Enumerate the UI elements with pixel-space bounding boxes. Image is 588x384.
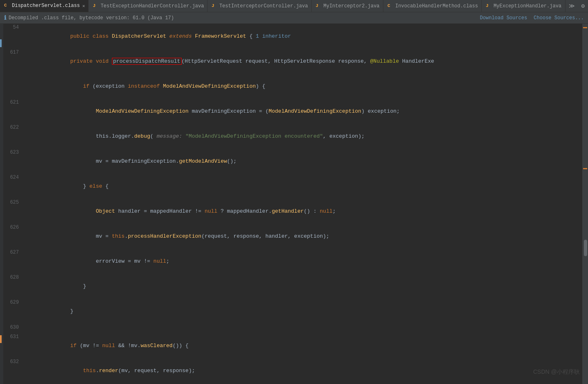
- code-line-627: 627 errorView = mv != null;: [3, 249, 582, 274]
- line-content-54: public class DispatcherServlet extends F…: [24, 24, 582, 49]
- line-content-622: this.logger.debug( message: "ModelAndVie…: [24, 124, 582, 149]
- info-bar: ℹ Decompiled .class file, bytecode versi…: [0, 12, 588, 24]
- tab-dispatcher-servlet[interactable]: C DispatcherServlet.class ✕: [0, 0, 89, 12]
- line-content-632: this.render(mv, request, response);: [24, 358, 582, 383]
- line-number-617: 617: [3, 49, 24, 74]
- tab-settings-button[interactable]: ⚙: [578, 2, 588, 9]
- line-number-630: 630: [3, 324, 24, 333]
- code-line-617: 617 private void processDispatchResult(H…: [3, 49, 582, 74]
- info-text: Decompiled .class file, bytecode version…: [9, 15, 480, 21]
- line-number-632: 632: [3, 358, 24, 383]
- line-number-629: 629: [3, 299, 24, 324]
- tab-test-exception[interactable]: J TestExceptionHandlerController.java: [89, 0, 207, 12]
- tab-label-test-interceptor: TestInterceptorController.java: [219, 3, 308, 9]
- code-line-631: 631 if (mv != null && !mv.wasCleared()) …: [3, 333, 582, 358]
- code-line-628: 628 }: [3, 274, 582, 299]
- tab-label-myinterceptor2: MyInterceptor2.java: [324, 3, 380, 9]
- line-number-627: 627: [3, 249, 24, 274]
- code-line-625: 625 Object handler = mappedHandler != nu…: [3, 199, 582, 224]
- line-content-627: errorView = mv != null;: [24, 249, 582, 274]
- code-line-622: 622 this.logger.debug( message: "ModelAn…: [3, 124, 582, 149]
- class-file-icon: C: [4, 3, 10, 9]
- line-content-628: }: [24, 274, 582, 299]
- tab-label-myexception: MyExceptionHandler.java: [494, 3, 562, 9]
- code-line-632: 632 this.render(mv, request, response);: [3, 358, 582, 383]
- line-number-54: 54: [3, 24, 24, 49]
- error-marker-top: [583, 27, 587, 28]
- line-content-630: [24, 324, 582, 333]
- close-icon[interactable]: ✕: [82, 3, 85, 9]
- tab-bar: C DispatcherServlet.class ✕ J TestExcept…: [0, 0, 588, 12]
- line-content-629: }: [24, 299, 582, 324]
- code-line-630: 630: [3, 324, 582, 333]
- editor-area: 54 public class DispatcherServlet extend…: [0, 24, 588, 384]
- line-content-617: private void processDispatchResult(HttpS…: [24, 49, 582, 74]
- scrollbar-thumb[interactable]: [584, 240, 587, 256]
- java-file-icon-2: J: [212, 3, 217, 9]
- line-number-626: 626: [3, 224, 24, 249]
- choose-sources-link[interactable]: Choose Sources...: [534, 15, 584, 21]
- line-number-624: 624: [3, 174, 24, 199]
- tab-invocable[interactable]: C InvocableHandlerMethod.class: [383, 0, 482, 12]
- code-line-626: 626 mv = this.processHandlerException(re…: [3, 224, 582, 249]
- code-line-624: 624 } else {: [3, 174, 582, 199]
- java-file-icon: J: [93, 3, 98, 9]
- code-line-54: 54 public class DispatcherServlet extend…: [3, 24, 582, 49]
- code-container[interactable]: 54 public class DispatcherServlet extend…: [3, 24, 582, 384]
- code-line-623: 623 mv = mavDefiningException.getModelAn…: [3, 149, 582, 174]
- line-number-623: 623: [3, 149, 24, 174]
- java-file-icon-3: J: [316, 3, 321, 9]
- line-number-628: 628: [3, 274, 24, 299]
- line-content-625: Object handler = mappedHandler != null ?…: [24, 199, 582, 224]
- line-content-624: } else {: [24, 174, 582, 199]
- line-content-631: if (mv != null && !mv.wasCleared()) {: [24, 333, 582, 358]
- tab-myinterceptor2[interactable]: J MyInterceptor2.java: [312, 0, 383, 12]
- java-file-icon-4: J: [486, 3, 492, 9]
- code-lines: 54 public class DispatcherServlet extend…: [3, 24, 582, 384]
- tab-label-dispatcher: DispatcherServlet.class: [12, 3, 80, 9]
- code-line-cont: if (exception instanceof ModelAndViewDef…: [3, 74, 582, 99]
- download-sources-link[interactable]: Download Sources: [480, 15, 527, 21]
- right-scrollbar[interactable]: [582, 24, 588, 384]
- line-number-625: 625: [3, 199, 24, 224]
- error-marker-mid: [583, 168, 587, 169]
- tab-label-test-exception: TestExceptionHandlerController.java: [100, 3, 204, 9]
- info-actions: Download Sources Choose Sources...: [480, 15, 584, 21]
- line-number-631: 631: [3, 333, 24, 358]
- tab-label-invocable: InvocableHandlerMethod.class: [395, 3, 478, 9]
- line-number-622: 622: [3, 124, 24, 149]
- line-content-623: mv = mavDefiningException.getModelAndVie…: [24, 149, 582, 174]
- tab-overflow-button[interactable]: ≫: [565, 2, 578, 9]
- info-icon: ℹ: [4, 14, 6, 21]
- line-content-621: ModelAndViewDefiningException mavDefinin…: [24, 99, 582, 124]
- tab-myexception[interactable]: J MyExceptionHandler.java: [482, 0, 565, 12]
- tab-test-interceptor[interactable]: J TestInterceptorController.java: [207, 0, 312, 12]
- line-number-cont: [3, 74, 24, 99]
- line-number-621: 621: [3, 99, 24, 124]
- code-line-629: 629 }: [3, 299, 582, 324]
- code-line-621: 621 ModelAndViewDefiningException mavDef…: [3, 99, 582, 124]
- line-content-cont: if (exception instanceof ModelAndViewDef…: [24, 74, 582, 99]
- line-content-626: mv = this.processHandlerException(reques…: [24, 224, 582, 249]
- class-file-icon-2: C: [387, 3, 393, 9]
- left-edge-markers: [0, 24, 3, 384]
